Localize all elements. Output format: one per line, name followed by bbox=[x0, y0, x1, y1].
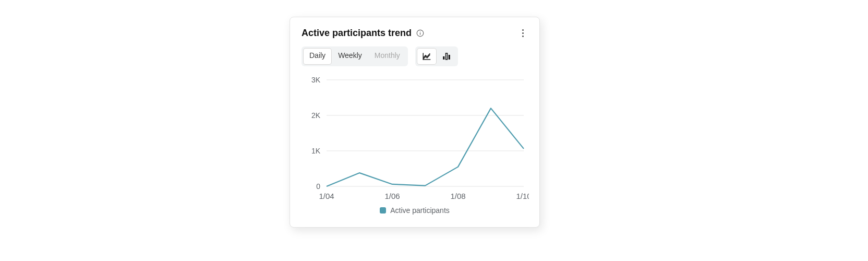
chart-card: Active participants trend DailyWeeklyMon… bbox=[290, 17, 540, 228]
series-line bbox=[327, 108, 524, 186]
x-tick-label: 1/08 bbox=[450, 192, 465, 200]
title-row: Active participants trend bbox=[302, 28, 424, 39]
bar-chart-button[interactable] bbox=[437, 48, 456, 65]
line-chart-icon bbox=[422, 52, 431, 61]
x-tick-label: 1/06 bbox=[384, 192, 400, 200]
range-option-monthly: Monthly bbox=[368, 48, 406, 65]
more-options-button[interactable] bbox=[517, 27, 528, 39]
chart-area: 01K2K3K1/041/061/081/10 bbox=[302, 75, 528, 205]
svg-rect-3 bbox=[443, 56, 444, 60]
range-segmented-control: DailyWeeklyMonthly bbox=[302, 46, 408, 66]
y-tick-label: 1K bbox=[311, 147, 321, 155]
line-chart-button[interactable] bbox=[417, 48, 437, 65]
y-tick-label: 0 bbox=[316, 182, 320, 191]
bar-chart-icon bbox=[442, 52, 451, 61]
chart-type-segmented-control bbox=[415, 46, 458, 66]
controls-row: DailyWeeklyMonthly bbox=[302, 46, 528, 66]
legend-label: Active participants bbox=[390, 206, 450, 215]
card-title: Active participants trend bbox=[302, 28, 412, 39]
svg-rect-4 bbox=[445, 53, 447, 60]
legend: Active participants bbox=[302, 206, 528, 215]
svg-rect-5 bbox=[449, 55, 450, 60]
legend-swatch bbox=[380, 207, 386, 213]
range-option-weekly[interactable]: Weekly bbox=[332, 48, 368, 65]
info-icon[interactable] bbox=[416, 29, 424, 37]
range-option-daily[interactable]: Daily bbox=[303, 48, 332, 65]
svg-point-2 bbox=[420, 31, 420, 31]
line-chart: 01K2K3K1/041/061/081/10 bbox=[302, 75, 529, 205]
y-tick-label: 3K bbox=[311, 76, 321, 84]
y-tick-label: 2K bbox=[311, 111, 321, 120]
x-tick-label: 1/04 bbox=[319, 192, 334, 200]
card-header: Active participants trend bbox=[302, 27, 528, 39]
x-tick-label: 1/10 bbox=[516, 192, 529, 200]
